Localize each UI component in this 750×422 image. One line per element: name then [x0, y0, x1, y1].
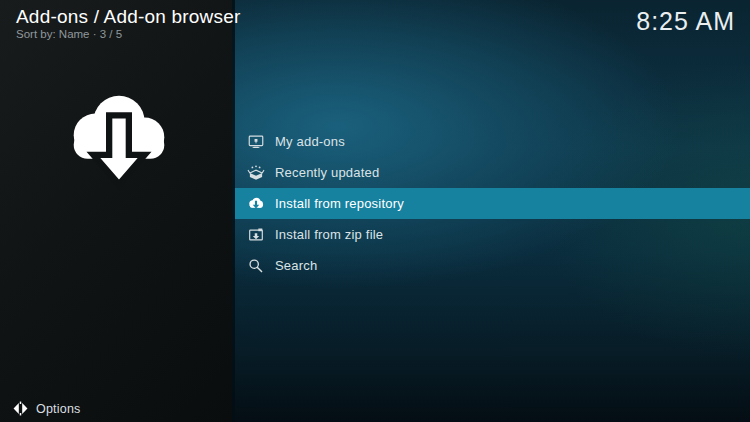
- my-addons-monitor-icon: [247, 133, 265, 151]
- menu-item-install-from-repository[interactable]: Install from repository: [235, 188, 750, 219]
- options-label: Options: [36, 402, 80, 416]
- sort-status-text: Sort by: Name · 3 / 5: [16, 28, 122, 40]
- options-icon: [13, 401, 28, 416]
- menu-item-recently-updated[interactable]: Recently updated: [235, 157, 750, 188]
- search-icon: [247, 257, 265, 275]
- menu-item-label: My add-ons: [275, 134, 345, 149]
- left-info-panel: [0, 0, 232, 422]
- page-title: Add-ons / Add-on browser: [16, 5, 240, 29]
- menu-item-label: Recently updated: [275, 165, 379, 180]
- cloud-download-icon: [56, 82, 182, 208]
- zip-file-icon: [247, 226, 265, 244]
- menu-item-label: Search: [275, 258, 317, 273]
- menu-item-install-from-zip[interactable]: Install from zip file: [235, 219, 750, 250]
- addon-browser-menu: My add-ons Recently updated: [235, 126, 750, 281]
- menu-item-my-addons[interactable]: My add-ons: [235, 126, 750, 157]
- recently-updated-box-icon: [247, 164, 265, 182]
- menu-item-label: Install from zip file: [275, 227, 383, 242]
- menu-item-search[interactable]: Search: [235, 250, 750, 281]
- menu-item-label: Install from repository: [275, 196, 404, 211]
- kodi-addon-browser-screen: Add-ons / Add-on browser Sort by: Name ·…: [0, 0, 750, 422]
- clock: 8:25 AM: [636, 7, 735, 36]
- cloud-download-icon: [247, 195, 265, 213]
- options-button[interactable]: Options: [13, 401, 80, 416]
